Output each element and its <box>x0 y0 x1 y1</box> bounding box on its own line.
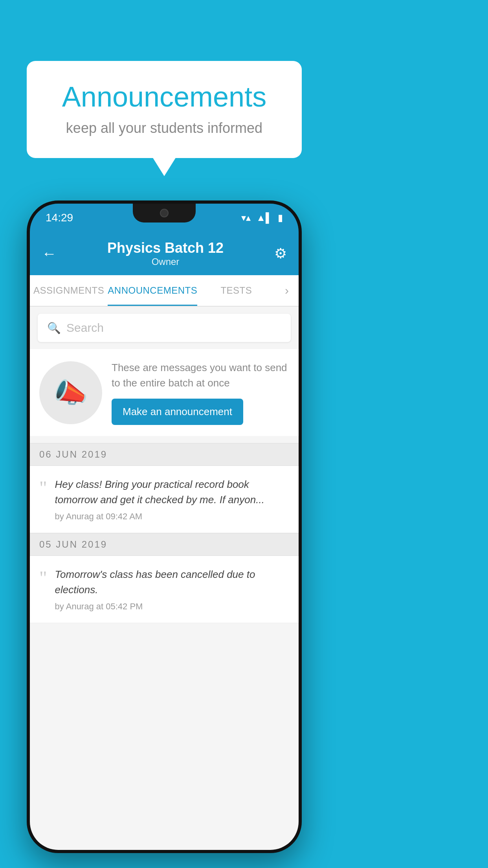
speech-bubble-subtitle: keep all your students informed <box>50 120 278 136</box>
announcement-text-1: Tomorrow's class has been cancelled due … <box>55 567 289 598</box>
tab-assignments[interactable]: ASSIGNMENTS <box>30 275 108 306</box>
front-camera <box>160 209 169 217</box>
date-separator-jun6: 06 JUN 2019 <box>30 443 299 466</box>
phone-mockup: 14:29 ▾▴ ▲▌ ▮ ← Physics Batch 12 Owner ⚙… <box>27 200 302 853</box>
announcement-item-0[interactable]: " Hey class! Bring your practical record… <box>30 466 299 533</box>
header-batch-title: Physics Batch 12 <box>107 240 224 256</box>
promo-content: These are messages you want to send to t… <box>112 360 289 425</box>
megaphone-icon: 📣 <box>54 377 88 409</box>
wifi-icon: ▾▴ <box>241 212 251 223</box>
quote-icon-1: " <box>39 568 47 612</box>
make-announcement-button[interactable]: Make an announcement <box>112 399 243 425</box>
side-button-vol-down <box>27 381 28 412</box>
header-title-group: Physics Batch 12 Owner <box>107 240 224 267</box>
promo-description: These are messages you want to send to t… <box>112 360 289 391</box>
promo-card: 📣 These are messages you want to send to… <box>30 349 299 436</box>
content-area: 🔍 Search 📣 These are messages you want t… <box>30 307 299 850</box>
announcement-content-1: Tomorrow's class has been cancelled due … <box>55 567 289 612</box>
search-bar[interactable]: 🔍 Search <box>38 314 291 342</box>
settings-icon[interactable]: ⚙ <box>274 245 287 262</box>
tab-announcements[interactable]: ANNOUNCEMENTS <box>108 275 197 306</box>
status-bar: 14:29 ▾▴ ▲▌ ▮ <box>30 204 299 232</box>
tab-bar: ASSIGNMENTS ANNOUNCEMENTS TESTS › <box>30 275 299 307</box>
date-separator-jun5: 05 JUN 2019 <box>30 533 299 556</box>
announcement-content-0: Hey class! Bring your practical record b… <box>55 477 289 522</box>
announcement-text-0: Hey class! Bring your practical record b… <box>55 477 289 508</box>
quote-icon-0: " <box>39 478 47 522</box>
speech-bubble-container: Announcements keep all your students inf… <box>27 61 302 158</box>
status-time: 14:29 <box>46 211 73 224</box>
announcement-item-1[interactable]: " Tomorrow's class has been cancelled du… <box>30 556 299 623</box>
battery-icon: ▮ <box>278 212 283 223</box>
promo-icon-circle: 📣 <box>39 361 102 424</box>
side-button-vol-up <box>27 337 28 369</box>
speech-bubble: Announcements keep all your students inf… <box>27 61 302 158</box>
phone-notch <box>133 204 196 223</box>
status-icons: ▾▴ ▲▌ ▮ <box>241 212 283 223</box>
side-button-power <box>300 361 302 412</box>
announcement-meta-0: by Anurag at 09:42 AM <box>55 511 289 522</box>
app-header: ← Physics Batch 12 Owner ⚙ <box>30 232 299 275</box>
announcement-meta-1: by Anurag at 05:42 PM <box>55 601 289 612</box>
back-button[interactable]: ← <box>42 245 57 262</box>
speech-bubble-title: Announcements <box>50 81 278 113</box>
tab-more[interactable]: › <box>275 275 299 306</box>
header-role-subtitle: Owner <box>107 256 224 267</box>
search-placeholder-text: Search <box>66 321 104 335</box>
search-icon: 🔍 <box>47 322 61 335</box>
tab-tests[interactable]: TESTS <box>197 275 275 306</box>
signal-icon: ▲▌ <box>256 212 272 223</box>
